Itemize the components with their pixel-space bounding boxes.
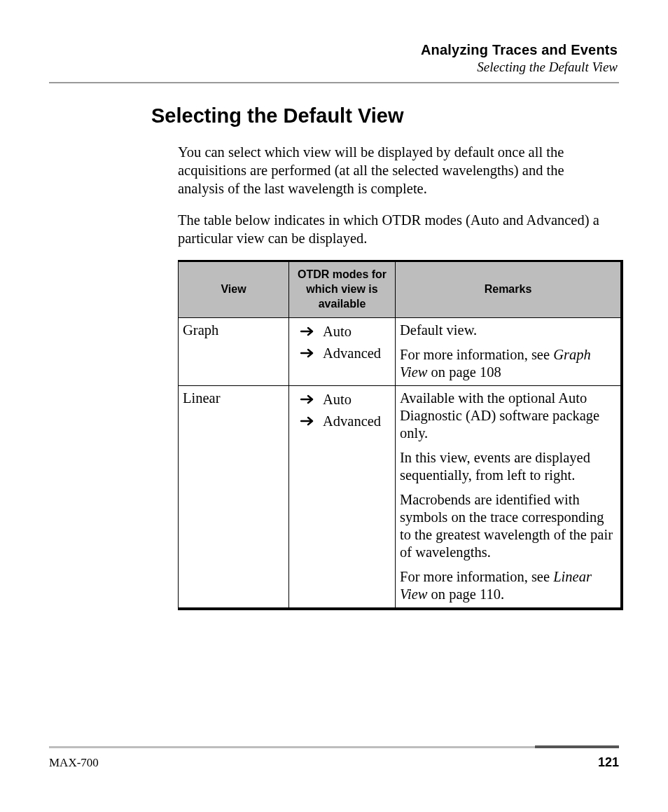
mode-item: Advanced [300,345,391,362]
mode-item: Advanced [300,413,391,430]
table-row: Linear Auto Advanced [179,385,622,609]
footer-model: MAX-700 [49,756,99,770]
arrow-bullet-icon [300,416,316,426]
remark-text: For more information, see [400,569,553,584]
mode-label: Advanced [323,413,381,430]
mode-label: Auto [323,323,352,340]
remark-line: Available with the optional Auto Diagnos… [400,390,616,442]
arrow-bullet-icon [300,348,316,358]
paragraph: The table below indicates in which OTDR … [178,211,602,247]
arrow-bullet-icon [300,394,316,404]
remark-line: In this view, events are displayed seque… [400,449,616,484]
col-header-remarks: Remarks [396,261,622,317]
cell-modes: Auto Advanced [289,317,396,385]
cell-view: Graph [179,317,289,385]
remark-text: on page 110. [427,586,504,602]
footer-rule-grey [49,746,535,748]
section-subtitle: Selecting the Default View [49,60,618,75]
remark-line: Default view. [400,322,616,339]
remark-line: For more information, see Graph View on … [400,346,616,381]
views-table: View OTDR modes for which view is availa… [178,260,623,610]
remark-line: Macrobends are identified with symbols o… [400,491,616,561]
table-row: Graph Auto Advanced [179,317,622,385]
chapter-title: Analyzing Traces and Events [49,42,618,58]
views-table-wrap: View OTDR modes for which view is availa… [178,260,623,610]
footer-page-number: 121 [598,755,619,770]
footer-rule [49,745,619,748]
mode-item: Auto [300,323,391,340]
page-heading: Selecting the Default View [151,104,619,128]
cell-remarks: Available with the optional Auto Diagnos… [396,385,622,609]
page-footer: MAX-700 121 [49,745,619,770]
cell-remarks: Default view. For more information, see … [396,317,622,385]
remark-text: on page 108 [427,364,501,380]
footer-rule-dark [535,745,619,748]
running-head: Analyzing Traces and Events Selecting th… [49,42,618,75]
col-header-modes: OTDR modes for which view is available [289,261,396,317]
paragraph: You can select which view will be displa… [178,143,602,198]
table-header-row: View OTDR modes for which view is availa… [179,261,622,317]
cell-view: Linear [179,385,289,609]
mode-item: Auto [300,391,391,408]
document-page: Analyzing Traces and Events Selecting th… [0,0,668,812]
mode-label: Auto [323,391,352,408]
arrow-bullet-icon [300,326,316,336]
remark-line: For more information, see Linear View on… [400,568,616,603]
body-text: You can select which view will be displa… [178,143,602,247]
col-header-view: View [179,261,289,317]
mode-label: Advanced [323,345,381,362]
remark-text: For more information, see [400,347,553,362]
header-rule [49,82,619,83]
footer-line: MAX-700 121 [49,755,619,770]
cell-modes: Auto Advanced [289,385,396,609]
